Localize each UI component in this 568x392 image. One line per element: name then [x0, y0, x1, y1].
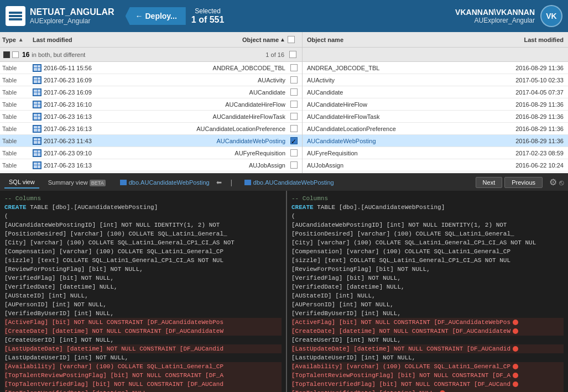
error-dot: [513, 346, 518, 352]
table-row[interactable]: AUCandidateWebPosting 2016-08-29 11:36: [303, 135, 568, 147]
sql-line: [sizzle] [text] COLLATE SQL_Latin1_Gener…: [291, 256, 564, 265]
table-row[interactable]: AUJobAssign 2016-06-22 10:24: [303, 159, 568, 171]
row-modified-right: 2016-06-22 10:24: [499, 162, 566, 169]
row-select-checkbox[interactable]: [290, 149, 298, 156]
row-select-checkbox[interactable]: [290, 113, 298, 120]
table-row[interactable]: AUCandidateHireFlowTask 2016-08-29 11:36: [303, 111, 568, 123]
row-select-checkbox[interactable]: [290, 76, 298, 83]
row-objname-right: AUCandidate: [305, 89, 499, 96]
row-select-checkbox[interactable]: [290, 125, 298, 132]
table-row[interactable]: Table 2017-06-23 11:43 AUCandidateWebPos…: [0, 135, 302, 147]
table-row[interactable]: Table 2017-06-23 16:09 AUCandidate: [0, 86, 302, 98]
select-all-checkbox[interactable]: [288, 36, 295, 43]
db-link-right[interactable]: dbo.AUCandidateWebPosting: [244, 179, 334, 186]
table-row[interactable]: AUJobOrderCompetency 2016-08-29 11:36: [303, 171, 568, 173]
row-checkbox[interactable]: [288, 101, 300, 108]
col-objname-right[interactable]: Object name: [305, 36, 499, 43]
settings-icon[interactable]: ⚙: [549, 177, 557, 187]
col-modified[interactable]: Last modified: [33, 36, 105, 43]
sql-line: [TopTalentVerifiedDate] [datetime] NULL,: [291, 389, 564, 392]
row-modified-right: 2016-08-29 11:36: [499, 65, 566, 71]
row-type: Table: [2, 150, 33, 156]
table-icon: [33, 113, 41, 121]
row-checkbox[interactable]: [288, 125, 300, 132]
diff-banner: 16 in both, but different 1 of 16: [0, 48, 302, 62]
table-row[interactable]: Table 2017-06-23 16:10 AUCandidateHireFl…: [0, 98, 302, 111]
next-button[interactable]: Next: [476, 177, 503, 188]
sql-line: [TopTalentVerifiedFlag] [bit] NOT NULL C…: [4, 380, 282, 389]
table-row[interactable]: AUCandidateHireFlow 2016-08-29 11:36: [303, 98, 568, 111]
table-row[interactable]: Table 2016-05-11 15:56 ANDREA_JOBCODE_TB…: [0, 62, 302, 74]
col-type[interactable]: Type ▲: [2, 36, 33, 43]
row-modified-right: 2017-05-10 02:33: [499, 77, 566, 83]
db-link-left[interactable]: dbo.AUCandidateWebPosting: [120, 179, 210, 186]
row-modified: 2017-06-23 09:10: [44, 150, 116, 156]
sql-line: [ActiveFlag] [bit] NOT NULL CONSTRAINT […: [291, 318, 564, 327]
sql-line: [ReviewForPostingFlag] [bit] NOT NULL,: [4, 265, 282, 274]
row-select-checkbox[interactable]: [290, 101, 298, 108]
table-icon: [33, 125, 41, 133]
header-user: VKANNAN\VKANNAN AUExplorer_Angular: [455, 8, 535, 24]
sql-line: [PositionDesired] [varchar] (100) COLLAT…: [291, 229, 564, 238]
col-modified-right[interactable]: Last modified: [499, 36, 566, 43]
table-row[interactable]: Table 2017-06-23 16:09 AUActivity: [0, 74, 302, 86]
table-row[interactable]: Table 2017-06-23 16:13 AUJobAssign: [0, 159, 302, 171]
row-checkbox[interactable]: [288, 88, 300, 96]
sql-line: CREATE TABLE [dbo].[AUCandidateWebPostin…: [4, 203, 282, 212]
row-select-checkbox[interactable]: ✓: [290, 137, 298, 144]
table-row[interactable]: ANDREA_JOBCODE_TBL 2016-08-29 11:36: [303, 62, 568, 74]
row-checkbox[interactable]: ✓: [288, 137, 300, 144]
row-checkbox[interactable]: [288, 161, 300, 169]
table-row[interactable]: Table 2017-06-23 16:13 AUCandidateHireFl…: [0, 111, 302, 123]
row-checkbox[interactable]: [288, 149, 300, 156]
header-right: VKANNAN\VKANNAN AUExplorer_Angular VK: [455, 5, 562, 27]
sql-line: [City] [varchar] (100) COLLATE SQL_Latin…: [4, 238, 282, 247]
sql-left-pane: -- ColumnsCREATE TABLE [dbo].[AUCandidat…: [0, 191, 287, 392]
row-checkbox[interactable]: [288, 113, 300, 120]
diff-select-checkbox[interactable]: [289, 51, 296, 58]
prev-button[interactable]: Previous: [504, 177, 543, 188]
table-row[interactable]: AUFyreRequisition 2017-02-23 08:59: [303, 147, 568, 159]
tab-sql-view[interactable]: SQL view: [4, 176, 39, 189]
error-dot: [513, 364, 518, 369]
row-modified: 2017-06-23 16:13: [44, 113, 116, 120]
diff-icon-white: [12, 51, 19, 58]
row-type: Table: [2, 77, 33, 83]
table-icon: [33, 101, 41, 108]
table-row[interactable]: AUCandidate 2017-04-05 07:37: [303, 86, 568, 98]
top-section: Type ▲ Last modified Object name ▲ 16 in…: [0, 32, 568, 173]
sql-line: [VerifiedByUserID] [int] NULL,: [4, 309, 282, 318]
sql-line: [VerifiedDate] [datetime] NULL,: [4, 283, 282, 291]
table-row[interactable]: AUActivity 2017-05-10 02:33: [303, 74, 568, 86]
row-select-checkbox[interactable]: [290, 64, 298, 71]
tab-summary-view[interactable]: Summary view BETA: [44, 177, 110, 188]
row-modified-right: 2016-08-29 11:36: [499, 101, 566, 108]
col-type-label: Type: [2, 36, 16, 43]
sql-line: [CreateUserID] [int] NOT NULL,: [291, 336, 564, 344]
row-objname: AUFyreRequisition: [116, 150, 288, 156]
sort-arrow-name: ▲: [280, 36, 285, 43]
right-table-body: ANDREA_JOBCODE_TBL 2016-08-29 11:36 AUAc…: [303, 62, 568, 173]
sql-line: [PositionDesired] [varchar] (100) COLLAT…: [4, 229, 282, 238]
deploy-button[interactable]: ← Deploy...: [126, 7, 186, 25]
header-logo: NETUAT_ANGULAR AUExplorer_Angular: [6, 6, 114, 26]
table-row[interactable]: AUCandidateLocationPreference 2016-08-29…: [303, 123, 568, 135]
row-select-checkbox[interactable]: [290, 88, 298, 96]
row-checkbox[interactable]: [288, 64, 300, 71]
table-icon: [33, 76, 41, 84]
export-icon[interactable]: ⎋: [559, 178, 564, 187]
row-select-checkbox[interactable]: [290, 161, 298, 169]
row-checkbox[interactable]: [288, 76, 300, 83]
error-dot: [513, 328, 518, 334]
sql-line: [TopTalentReviewPostingFlag] [bit] NOT N…: [4, 371, 282, 380]
row-objname: AUCandidateHireFlow: [116, 101, 288, 108]
error-dot: [513, 381, 518, 387]
row-modified: 2017-06-23 16:09: [44, 89, 116, 96]
table-row[interactable]: Table 2017-06-23 16:13 AUCandidateLocati…: [0, 123, 302, 135]
row-objname: AUJobAssign: [116, 162, 288, 169]
sort-arrow[interactable]: ▲: [18, 36, 24, 43]
user-db: AUExplorer_Angular: [455, 17, 535, 24]
table-row[interactable]: Table 2017-06-23 09:10 AUFyreRequisition: [0, 147, 302, 159]
table-row[interactable]: Table 2017-06-23 16:13 AUJobOrderCompete…: [0, 171, 302, 173]
col-objname[interactable]: Object name ▲: [105, 36, 288, 43]
